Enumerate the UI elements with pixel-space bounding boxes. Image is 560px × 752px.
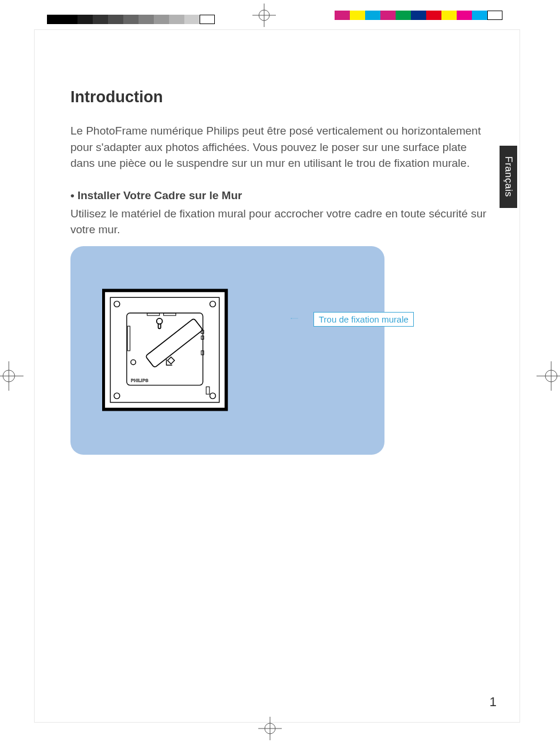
color-swatches [335,11,502,20]
printer-registration-bottom [0,724,560,741]
registration-cross-icon [258,717,282,740]
section-text: Utilisez le matériel de fixation mural p… [70,206,493,238]
illustration-panel: PHILIPS Trou de fixation murale [70,246,384,455]
registration-edge-right-icon [537,361,560,391]
registration-edge-left-icon [0,361,23,391]
intro-paragraph: Le PhotoFrame numérique Philips peut êtr… [70,123,493,172]
page-number: 1 [490,694,497,710]
printer-registration-top [0,11,560,28]
page-title: Introduction [70,88,493,106]
registration-cross-icon [252,4,276,27]
brand-label: PHILIPS [131,378,149,383]
grayscale-swatches [47,15,215,24]
callout-arrow-icon [275,318,313,319]
callout-label: Trou de fixation murale [313,312,414,327]
section-subheading: • Installer Votre Cadre sur le Mur [70,189,493,202]
language-tab: Français [500,146,517,208]
photoframe-back-illustration: PHILIPS [102,263,278,439]
page-body: Introduction Le PhotoFrame numérique Phi… [70,88,493,455]
svg-marker-31 [291,318,292,319]
